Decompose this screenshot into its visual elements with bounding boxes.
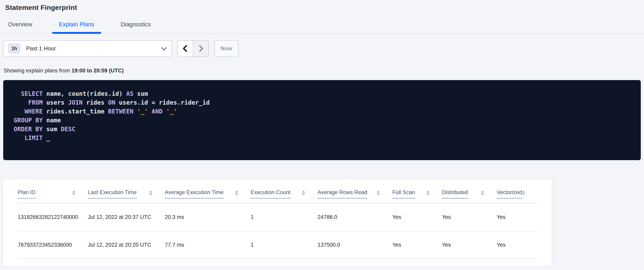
cell-average-execution-time: 20.3 ms bbox=[165, 203, 251, 231]
sort-icon[interactable] bbox=[377, 190, 380, 195]
cell-vectorized: Yes bbox=[497, 231, 537, 259]
chevron-left-icon bbox=[182, 45, 190, 52]
sql-segment-plain bbox=[162, 108, 166, 115]
sql-segment-kw: DESC bbox=[61, 126, 75, 133]
next-time-button[interactable] bbox=[193, 41, 208, 56]
sql-segment-plain: name, count(rides.id) bbox=[43, 90, 126, 97]
sql-segment-plain: sum bbox=[43, 126, 61, 133]
table-row: 767933723452336000Jul 12, 2022 at 20:20 … bbox=[18, 231, 537, 259]
summary-prefix: Showing explain plans from bbox=[4, 68, 72, 74]
sql-segment-plain: rides.start_time bbox=[43, 108, 108, 115]
tab-diagnostics[interactable]: Diagnostics bbox=[114, 21, 158, 33]
sql-segment-plain: name bbox=[43, 117, 61, 124]
sort-icon[interactable] bbox=[302, 190, 305, 195]
sql-line: LIMIT _ bbox=[14, 134, 633, 142]
statement-sql: SELECT name, count(rides.id) AS sum FROM… bbox=[3, 80, 641, 160]
sql-segment-plain bbox=[148, 108, 152, 115]
column-label: Execution Count bbox=[251, 189, 290, 199]
sort-icon[interactable] bbox=[426, 190, 430, 195]
time-toolbar: 1h Past 1 Hour Now bbox=[3, 40, 644, 57]
column-header-average-rows-read[interactable]: Average Rows Read bbox=[318, 179, 392, 203]
tab-overview[interactable]: Overview bbox=[1, 21, 39, 33]
sql-segment-plain: sum bbox=[134, 90, 148, 97]
sql-segment-plain: _ bbox=[43, 134, 50, 141]
cell-last-execution-time: Jul 12, 2022 at 20:20 UTC bbox=[88, 231, 165, 259]
page-title: Statement Fingerprint bbox=[0, 0, 644, 12]
sql-segment-kw: ORDER BY bbox=[14, 126, 43, 133]
column-label: Average Execution Time bbox=[165, 189, 224, 199]
chevron-down-icon bbox=[161, 45, 167, 51]
now-button[interactable]: Now bbox=[214, 40, 238, 57]
time-range-label: Past 1 Hour bbox=[26, 45, 56, 52]
chevron-right-icon bbox=[196, 45, 204, 52]
time-range-badge: 1h bbox=[8, 44, 20, 54]
column-header-plan-id[interactable]: Plan ID bbox=[18, 179, 88, 203]
time-range-dropdown[interactable]: 1h Past 1 Hour bbox=[3, 40, 172, 57]
sql-segment-plain: users.id = rides.rider_id bbox=[115, 99, 210, 106]
sql-segment-plain bbox=[14, 99, 28, 106]
column-label: Average Rows Read bbox=[318, 189, 367, 199]
sql-line: FROM users JOIN rides ON users.id = ride… bbox=[14, 98, 633, 107]
sql-segment-kw: AS bbox=[126, 90, 134, 97]
sql-segment-plain: users bbox=[43, 99, 68, 106]
column-header-average-execution-time[interactable]: Average Execution Time bbox=[165, 179, 251, 203]
cell-distributed: Yes bbox=[442, 231, 497, 259]
sql-segment-plain bbox=[14, 108, 24, 115]
tab-explain-plans[interactable]: Explain Plans bbox=[52, 21, 101, 33]
column-label: Distributed bbox=[442, 189, 468, 199]
column-header-last-execution-time[interactable]: Last Execution Time bbox=[88, 179, 165, 203]
previous-time-button[interactable] bbox=[178, 41, 193, 56]
sql-segment-kw: SELECT bbox=[21, 90, 42, 97]
sql-segment-kw: JOIN bbox=[68, 99, 82, 106]
sql-segment-kw: ON bbox=[108, 99, 115, 106]
sql-line: WHERE rides.start_time BETWEEN '_' AND '… bbox=[14, 107, 633, 116]
column-header-vectorized[interactable]: Vectorized bbox=[497, 179, 537, 203]
plans-table-body: 13182663282122740000Jul 12, 2022 at 20:3… bbox=[18, 203, 537, 259]
cell-execution-count: 1 bbox=[251, 203, 318, 231]
cell-average-rows-read: 137500.0 bbox=[318, 231, 392, 259]
summary-range: 19:00 to 20:59 (UTC) bbox=[72, 68, 124, 74]
cell-average-rows-read: 24786.0 bbox=[318, 203, 392, 231]
cell-full-scan: Yes bbox=[392, 203, 442, 231]
sql-segment-kw: BETWEEN bbox=[108, 108, 134, 115]
sort-icon[interactable] bbox=[522, 190, 525, 195]
plans-table-header: Plan IDLast Execution TimeAverage Execut… bbox=[18, 179, 537, 203]
sql-line: SELECT name, count(rides.id) AS sum bbox=[14, 89, 633, 98]
sort-icon[interactable] bbox=[481, 190, 484, 195]
summary-text: Showing explain plans from 19:00 to 20:5… bbox=[4, 67, 644, 74]
sort-icon[interactable] bbox=[72, 190, 75, 195]
cell-last-execution-time: Jul 12, 2022 at 20:37 UTC bbox=[88, 203, 165, 231]
column-label: Full Scan bbox=[392, 189, 415, 199]
sql-segment-plain bbox=[14, 134, 24, 141]
sql-segment-plain: rides bbox=[82, 99, 108, 106]
sql-segment-kw: WHERE bbox=[24, 108, 42, 115]
cell-plan-id: 13182663282122740000 bbox=[18, 203, 88, 231]
cell-plan-id: 767933723452336000 bbox=[18, 231, 88, 259]
cell-execution-count: 1 bbox=[251, 231, 318, 259]
tab-bar: Overview Explain Plans Diagnostics bbox=[0, 21, 644, 33]
sql-segment-plain bbox=[134, 108, 137, 115]
column-label: Last Execution Time bbox=[88, 189, 137, 199]
sql-segment-kw: FROM bbox=[28, 99, 42, 106]
cell-distributed: Yes bbox=[442, 203, 497, 231]
sql-segment-kw: GROUP BY bbox=[14, 117, 43, 124]
sql-segment-kw: AND bbox=[152, 108, 162, 115]
cell-full-scan: Yes bbox=[392, 231, 442, 259]
sql-segment-lit: '_' bbox=[166, 108, 177, 115]
cell-average-execution-time: 77.7 ms bbox=[165, 231, 251, 259]
sort-icon[interactable] bbox=[235, 190, 238, 195]
time-step-group bbox=[177, 40, 209, 57]
plans-table: Plan IDLast Execution TimeAverage Execut… bbox=[18, 179, 537, 259]
sql-segment-lit: '_' bbox=[137, 108, 148, 115]
sql-line: ORDER BY sum DESC bbox=[14, 125, 633, 134]
plans-card: Plan IDLast Execution TimeAverage Execut… bbox=[3, 179, 552, 266]
sort-icon[interactable] bbox=[149, 190, 152, 195]
column-header-full-scan[interactable]: Full Scan bbox=[392, 179, 442, 203]
table-row: 13182663282122740000Jul 12, 2022 at 20:3… bbox=[18, 203, 537, 231]
column-label: Plan ID bbox=[18, 189, 36, 199]
sql-line: GROUP BY name bbox=[14, 116, 633, 125]
column-label: Vectorized bbox=[497, 189, 522, 199]
column-header-execution-count[interactable]: Execution Count bbox=[251, 179, 318, 203]
column-header-distributed[interactable]: Distributed bbox=[442, 179, 497, 203]
cell-vectorized: Yes bbox=[497, 203, 537, 231]
